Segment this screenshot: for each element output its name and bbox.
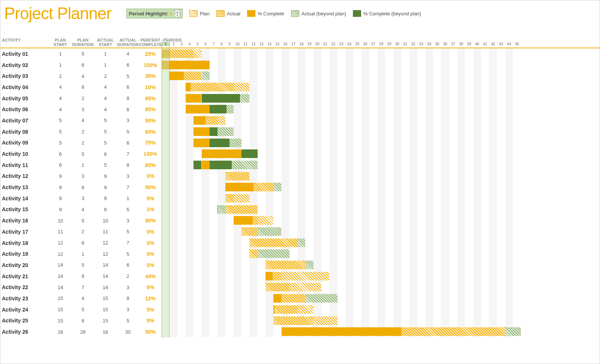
plan-duration-cell: 2 <box>72 229 94 234</box>
actual-duration-cell: 4 <box>117 51 139 57</box>
period-col-45: 45 <box>513 42 521 46</box>
swatch-beyond-actual-icon <box>291 10 299 17</box>
gantt-row <box>162 60 600 71</box>
percent-complete-cell: 60% <box>139 162 162 168</box>
activity-name: Activity 13 <box>0 184 49 190</box>
actual-start-cell: 15 <box>94 318 117 324</box>
table-row: Activity 106567100% <box>0 148 162 160</box>
bar-beyond-complete <box>210 139 230 147</box>
actual-start-cell: 5 <box>94 129 117 134</box>
period-col-22: 22 <box>329 42 337 46</box>
bar-complete <box>194 127 210 136</box>
percent-complete-cell: 0% <box>139 318 162 324</box>
bar-beyond-actual <box>505 327 521 336</box>
table-row: Activity 241551535% <box>0 304 162 315</box>
plan-start-cell: 15 <box>49 295 72 301</box>
period-highlight-spinner[interactable]: ▲ ▼ <box>175 10 180 17</box>
bar-actual <box>249 239 297 247</box>
spinner-down-icon[interactable]: ▼ <box>175 13 180 17</box>
period-col-12: 12 <box>249 42 257 46</box>
table-row: Activity 1493910% <box>0 193 162 204</box>
plan-duration-cell: 1 <box>72 162 94 168</box>
swatch-complete-icon <box>247 10 255 17</box>
activity-name: Activity 12 <box>0 173 49 179</box>
actual-start-cell: 6 <box>94 151 117 157</box>
period-col-30: 30 <box>393 42 401 46</box>
activity-name: Activity 24 <box>0 307 49 313</box>
plan-duration-cell: 6 <box>72 185 94 190</box>
actual-duration-cell: 5 <box>117 229 139 234</box>
bar-beyond-complete <box>210 127 218 136</box>
table-row: Activity 181261270% <box>0 237 162 249</box>
period-col-32: 32 <box>409 42 417 46</box>
bar-actual <box>225 172 249 181</box>
period-col-19: 19 <box>305 42 313 46</box>
plan-duration-cell: 8 <box>72 318 94 324</box>
activity-name: Activity 20 <box>0 262 49 268</box>
actual-start-cell: 5 <box>94 140 117 146</box>
percent-complete-cell: 12% <box>139 295 162 301</box>
actual-start-cell: 15 <box>94 307 117 312</box>
activity-name: Activity 19 <box>0 251 49 257</box>
period-col-7: 7 <box>210 42 218 46</box>
actual-start-cell: 9 <box>94 185 117 190</box>
period-col-10: 10 <box>234 42 242 46</box>
activity-name: Activity 23 <box>0 295 49 301</box>
period-highlight-control[interactable]: Period Highlight: 1 ▲ ▼ <box>126 9 183 18</box>
period-col-3: 3 <box>178 42 186 46</box>
spinner-up-icon[interactable]: ▲ <box>175 10 180 13</box>
table-row: Activity 04484610% <box>0 82 162 93</box>
activity-name: Activity 26 <box>0 329 49 335</box>
plan-start-cell: 1 <box>49 62 72 68</box>
gantt-row <box>162 93 600 104</box>
plan-duration-cell: 5 <box>72 218 94 224</box>
bar-beyond-actual <box>297 239 305 247</box>
plan-duration-cell: 8 <box>72 84 94 90</box>
activity-name: Activity 06 <box>0 106 49 112</box>
gantt-row <box>162 126 600 137</box>
table-row: Activity 191211250% <box>0 248 162 260</box>
table-row: Activity 2114814244% <box>0 271 162 282</box>
actual-start-cell: 9 <box>94 173 117 179</box>
col-activity: ACTIVITY <box>0 38 49 47</box>
actual-start-cell: 10 <box>94 218 117 224</box>
percent-complete-cell: 10% <box>139 84 162 90</box>
actual-duration-cell: 30 <box>117 329 139 335</box>
bar-complete <box>194 139 210 147</box>
legend-complete: % Complete <box>247 10 284 17</box>
bar-beyond-complete <box>242 149 258 158</box>
legend-actual: Actual <box>216 10 240 17</box>
period-col-36: 36 <box>441 42 449 46</box>
gantt-row <box>162 282 600 293</box>
actual-start-cell: 1 <box>94 62 117 68</box>
period-col-28: 28 <box>377 42 385 46</box>
actual-duration-cell: 6 <box>117 107 139 112</box>
actual-start-cell: 5 <box>94 162 117 168</box>
actual-duration-cell: 8 <box>117 295 139 301</box>
plan-start-cell: 15 <box>49 318 72 324</box>
period-col-1: 1 <box>162 42 170 46</box>
plan-duration-cell: 6 <box>72 62 94 68</box>
period-col-29: 29 <box>385 42 393 46</box>
activity-name: Activity 18 <box>0 240 49 246</box>
bar-complete <box>170 72 183 80</box>
period-col-38: 38 <box>457 42 465 46</box>
gantt-row <box>162 148 600 160</box>
bar-actual <box>273 316 314 325</box>
plan-duration-cell: 5 <box>72 151 94 157</box>
col-percent-complete: PERCENT COMPLETE <box>139 38 162 47</box>
percent-complete-cell: 50% <box>139 184 162 190</box>
actual-duration-cell: 5 <box>117 73 139 79</box>
period-col-34: 34 <box>425 42 433 46</box>
gantt-row <box>162 160 600 171</box>
actual-duration-cell: 7 <box>117 240 139 246</box>
gantt-row <box>162 226 600 237</box>
activity-name: Activity 05 <box>0 95 49 101</box>
table-row: Activity 06434685% <box>0 104 162 115</box>
percent-complete-cell: 75% <box>139 140 162 146</box>
table-row: Activity 05424885% <box>0 93 162 104</box>
actual-duration-cell: 3 <box>117 307 139 312</box>
gantt-row <box>162 237 600 249</box>
actual-start-cell: 2 <box>94 73 117 79</box>
percent-complete-cell: 50% <box>139 329 162 335</box>
